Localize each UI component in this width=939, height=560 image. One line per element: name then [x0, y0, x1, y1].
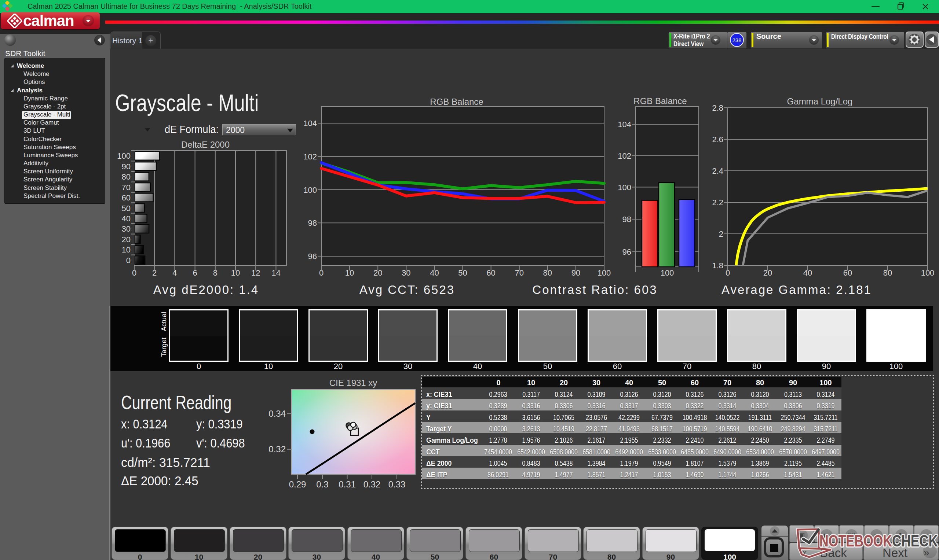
svg-text:20: 20 [122, 235, 131, 244]
svg-text:98: 98 [308, 218, 317, 228]
svg-text:100: 100 [303, 185, 317, 195]
svg-text:0.32: 0.32 [364, 479, 381, 489]
svg-text:Average Gamma: 2.181: Average Gamma: 2.181 [722, 283, 872, 297]
svg-text:Gamma Log/Log: Gamma Log/Log [787, 96, 853, 106]
svg-text:1.8: 1.8 [712, 261, 723, 270]
svg-text:CHECK: CHECK [892, 532, 938, 550]
svg-text:0.29: 0.29 [289, 479, 306, 489]
svg-text:2: 2 [719, 229, 723, 238]
svg-text:100: 100 [661, 268, 674, 277]
svg-text:70: 70 [122, 183, 131, 192]
svg-text:2.6: 2.6 [712, 135, 723, 144]
svg-text:90: 90 [122, 162, 131, 171]
svg-text:102: 102 [303, 152, 317, 161]
svg-text:40: 40 [122, 214, 131, 223]
svg-text:60: 60 [122, 193, 131, 202]
svg-text:RGB Balance: RGB Balance [634, 96, 687, 106]
svg-text:96: 96 [623, 248, 631, 257]
svg-text:NOTEBOOK: NOTEBOOK [819, 532, 892, 550]
svg-text:CIE 1931 xy: CIE 1931 xy [329, 378, 378, 388]
svg-text:98: 98 [623, 215, 631, 224]
svg-text:2.8: 2.8 [712, 103, 723, 112]
svg-text:Avg dE2000: 1.4: Avg dE2000: 1.4 [153, 283, 259, 297]
svg-text:30: 30 [122, 224, 131, 234]
svg-text:2.4: 2.4 [712, 166, 723, 175]
svg-text:96: 96 [308, 252, 317, 261]
svg-text:0.33: 0.33 [389, 479, 406, 489]
svg-text:0.31: 0.31 [339, 479, 356, 489]
svg-text:2.2: 2.2 [712, 198, 723, 207]
svg-text:102: 102 [618, 151, 631, 160]
svg-text:104: 104 [303, 119, 317, 128]
svg-text:100: 100 [618, 183, 631, 192]
svg-text:10: 10 [122, 245, 131, 254]
svg-text:Avg CCT: 6523: Avg CCT: 6523 [359, 283, 455, 297]
svg-text:80: 80 [122, 172, 131, 182]
svg-text:104: 104 [618, 120, 631, 129]
svg-text:50: 50 [122, 204, 131, 213]
svg-text:0.3: 0.3 [316, 479, 328, 489]
svg-text:RGB Balance: RGB Balance [430, 97, 483, 107]
svg-text:DeltaE 2000: DeltaE 2000 [181, 140, 230, 149]
svg-text:0.32: 0.32 [268, 444, 286, 454]
svg-text:Contrast Ratio: 603: Contrast Ratio: 603 [532, 283, 657, 297]
svg-text:0.34: 0.34 [268, 409, 286, 418]
svg-text:100: 100 [117, 151, 131, 160]
svg-text:0: 0 [126, 256, 131, 265]
